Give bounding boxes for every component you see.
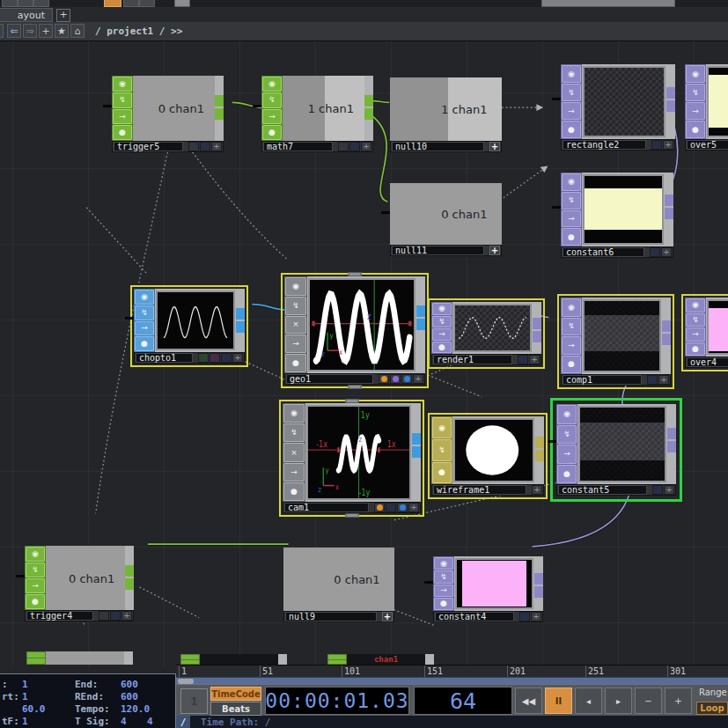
node-over5[interactable]: ◉↯→●over5 bbox=[685, 64, 728, 151]
reference-wire[interactable] bbox=[85, 207, 146, 273]
lightning-icon[interactable]: ↯ bbox=[285, 297, 306, 315]
viewer-icon[interactable]: ◉ bbox=[686, 298, 705, 313]
node-flag-button-dim[interactable] bbox=[338, 142, 349, 151]
node-name-label[interactable]: constant6 bbox=[563, 247, 644, 257]
forward-icon[interactable]: ⇒ bbox=[23, 24, 37, 38]
arrow-icon[interactable]: → bbox=[283, 463, 305, 482]
loop-button[interactable]: Loop bbox=[696, 702, 728, 715]
node-chopto1[interactable]: ◉↯→●chopto1+ bbox=[134, 289, 245, 364]
node-geo1[interactable]: ◉↯×→● z y x zgeo1+ bbox=[284, 276, 425, 385]
node-name-label[interactable]: trigger5 bbox=[114, 142, 183, 151]
node-flag-button-dotviolet[interactable] bbox=[390, 374, 401, 384]
comp-resize-notch-top[interactable] bbox=[345, 399, 358, 403]
node-name-label[interactable]: rectangle2 bbox=[563, 140, 646, 150]
render-x-icon[interactable]: × bbox=[285, 316, 306, 335]
lightning-icon[interactable]: ↯ bbox=[135, 305, 154, 320]
arrow-icon[interactable]: → bbox=[262, 109, 282, 124]
node-constant4[interactable]: ◉↯→●constant4+ bbox=[433, 556, 543, 622]
node-name-label[interactable]: over4 bbox=[687, 357, 728, 367]
node-name-label[interactable]: null9 bbox=[285, 612, 377, 621]
node-flag-button-plusdim[interactable]: + bbox=[658, 375, 669, 385]
node-flag-button-navy[interactable] bbox=[518, 355, 528, 364]
node-name-label[interactable]: geo1 bbox=[286, 374, 373, 384]
cut-off-node[interactable] bbox=[26, 651, 133, 665]
node-flag-button-navy[interactable] bbox=[647, 375, 658, 385]
lightning-icon[interactable]: ↯ bbox=[432, 439, 452, 460]
lightning-icon[interactable]: ↯ bbox=[562, 318, 581, 336]
node-flag-button-pluswhite[interactable]: + bbox=[382, 612, 393, 621]
node-flag-button-navy[interactable] bbox=[221, 353, 232, 363]
input-connector-stub[interactable] bbox=[103, 105, 112, 107]
viewer-icon[interactable]: ◉ bbox=[432, 303, 452, 315]
node-trigger5[interactable]: ◉↯→●0 chan1trigger5+ bbox=[112, 76, 224, 152]
input-connector-stub[interactable] bbox=[381, 211, 390, 214]
lightning-icon[interactable]: ↯ bbox=[562, 192, 581, 210]
input-connector-stub[interactable] bbox=[125, 317, 134, 320]
viewer-icon[interactable]: ◉ bbox=[557, 405, 577, 424]
node-flag-button-plusdim[interactable]: + bbox=[661, 247, 672, 257]
bomb-icon[interactable]: ● bbox=[686, 342, 705, 357]
input-connector-stub[interactable] bbox=[552, 98, 561, 100]
bomb-icon[interactable]: ● bbox=[434, 598, 453, 610]
output-connector-strip[interactable] bbox=[215, 76, 224, 141]
lightning-icon[interactable]: ↯ bbox=[562, 84, 581, 101]
node-flag-button-purpled[interactable] bbox=[210, 353, 220, 363]
arrow-icon[interactable]: → bbox=[26, 578, 45, 593]
output-connector-strip[interactable] bbox=[236, 289, 245, 352]
node-flag-button-greend[interactable] bbox=[198, 353, 209, 363]
node-body[interactable] bbox=[155, 289, 236, 352]
bomb-icon[interactable]: ● bbox=[562, 121, 581, 138]
lightning-icon[interactable]: ↯ bbox=[262, 92, 282, 107]
node-flag-button-plusdim[interactable]: + bbox=[408, 503, 419, 512]
node-flag-button-plusdim[interactable]: + bbox=[232, 353, 243, 363]
bomb-icon[interactable]: ● bbox=[26, 594, 45, 609]
node-name-label[interactable]: wireframe1 bbox=[433, 485, 526, 495]
cut-button[interactable] bbox=[0, 24, 4, 38]
lightning-icon[interactable]: ↯ bbox=[686, 84, 705, 101]
viewer-icon[interactable]: ◉ bbox=[113, 77, 132, 92]
bomb-icon[interactable]: ● bbox=[557, 465, 577, 484]
node-flag-button-plusdim[interactable]: + bbox=[663, 140, 673, 150]
node-cam1[interactable]: ◉↯×→● 1y -1y -1x 1x z y x zcam1+ bbox=[283, 403, 421, 513]
node-body[interactable]: 0 chan1 bbox=[133, 76, 215, 141]
bomb-icon[interactable]: ● bbox=[262, 125, 282, 140]
node-flag-button-navy[interactable] bbox=[200, 142, 210, 151]
output-connector-strip[interactable] bbox=[412, 403, 421, 502]
setting-value[interactable]: 1 bbox=[22, 716, 28, 727]
node-flag-button-pluswhite[interactable]: + bbox=[489, 142, 500, 151]
comp-resize-notch-bottom[interactable] bbox=[345, 513, 358, 518]
frame-increment-field[interactable]: 1 bbox=[180, 688, 208, 714]
step-back-button[interactable]: ◂ bbox=[575, 688, 602, 714]
node-body[interactable] bbox=[452, 302, 533, 354]
arrow-icon[interactable]: → bbox=[432, 328, 452, 341]
arrow-icon[interactable]: → bbox=[434, 585, 453, 597]
viewer-icon[interactable]: ◉ bbox=[26, 547, 45, 562]
range-minus-button[interactable]: − bbox=[635, 688, 662, 714]
node-name-label[interactable]: chopto1 bbox=[136, 353, 193, 363]
node-name-label[interactable]: cam1 bbox=[284, 503, 369, 512]
comp-resize-notch-bottom[interactable] bbox=[349, 385, 362, 389]
back-icon[interactable]: ⇐ bbox=[7, 24, 21, 38]
add-bookmark-icon[interactable]: + bbox=[39, 24, 53, 38]
lightning-icon[interactable]: ↯ bbox=[686, 313, 705, 327]
node-flag-button-plusdim[interactable]: + bbox=[211, 142, 222, 151]
node-body[interactable]: z y x z bbox=[307, 276, 416, 373]
node-flag-button-navy[interactable] bbox=[349, 142, 360, 151]
node-body[interactable] bbox=[454, 556, 534, 611]
timeline-ruler[interactable]: 151101151201251301 bbox=[176, 665, 728, 677]
node-body[interactable] bbox=[582, 173, 665, 246]
skip-to-start-button[interactable]: ◀◀ bbox=[515, 688, 542, 714]
lightning-icon[interactable]: ↯ bbox=[113, 92, 132, 107]
bomb-icon[interactable]: ● bbox=[432, 342, 452, 354]
arrow-icon[interactable]: → bbox=[686, 102, 705, 120]
bomb-icon[interactable]: ● bbox=[686, 121, 705, 138]
node-name-label[interactable]: null11 bbox=[392, 246, 484, 255]
node-constant6[interactable]: ◉↯→●constant6+ bbox=[561, 173, 673, 258]
node-name-label[interactable]: over5 bbox=[687, 140, 728, 150]
input-connector-stub[interactable] bbox=[253, 105, 261, 107]
node-null11[interactable]: 0 chan1null11+ bbox=[390, 183, 502, 256]
pane-tab-layout[interactable]: ayout bbox=[0, 8, 53, 22]
viewer-icon[interactable]: ◉ bbox=[283, 404, 305, 423]
time-path-root-button[interactable]: / bbox=[176, 716, 190, 728]
node-null9[interactable]: 0 chan1null9+ bbox=[283, 548, 394, 622]
